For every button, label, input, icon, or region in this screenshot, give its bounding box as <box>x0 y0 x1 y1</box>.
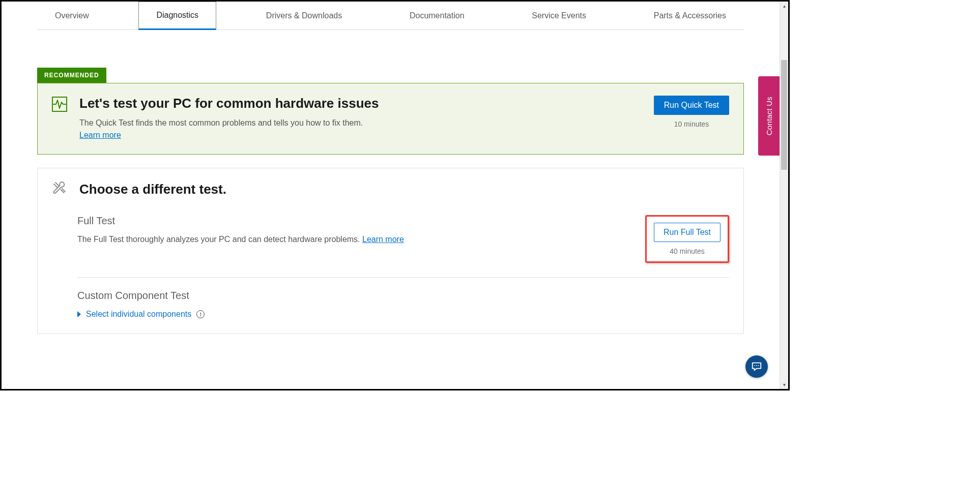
different-test-title: Choose a different test. <box>79 182 226 197</box>
vertical-scrollbar[interactable]: ▴ ▾ <box>780 2 788 389</box>
quick-test-time: 10 minutes <box>674 120 709 128</box>
full-test-time: 40 minutes <box>670 247 704 255</box>
full-test-learn-more-link[interactable]: Learn more <box>362 235 404 244</box>
tab-service-events[interactable]: Service Events <box>514 2 604 29</box>
run-full-test-highlight: Run Full Test 40 minutes <box>645 215 729 263</box>
chat-fab[interactable] <box>745 355 768 378</box>
tab-bar: Overview Diagnostics Drivers & Downloads… <box>37 2 744 30</box>
chat-icon <box>751 361 762 372</box>
custom-test-section: Custom Component Test Select individual … <box>77 278 729 319</box>
different-test-card: Choose a different test. Full Test The F… <box>37 168 744 334</box>
contact-us-label: Contact Us <box>765 97 773 135</box>
tools-icon <box>52 181 67 198</box>
scroll-thumb[interactable] <box>781 60 787 170</box>
tab-diagnostics[interactable]: Diagnostics <box>138 2 216 30</box>
scroll-up-arrow-icon[interactable]: ▴ <box>780 2 788 10</box>
heartbeat-icon <box>52 97 67 114</box>
svg-point-1 <box>754 365 755 366</box>
select-components-toggle[interactable]: Select individual components ! <box>77 310 205 319</box>
recommended-badge: RECOMMENDED <box>37 68 106 83</box>
chevron-right-icon <box>77 311 81 317</box>
full-test-section: Full Test The Full Test thoroughly analy… <box>77 215 729 278</box>
full-test-desc: The Full Test thoroughly analyzes your P… <box>77 235 645 244</box>
run-quick-test-button[interactable]: Run Quick Test <box>654 96 729 115</box>
svg-point-2 <box>756 365 757 366</box>
contact-us-side-tab[interactable]: Contact Us <box>758 76 780 156</box>
full-test-heading: Full Test <box>77 215 645 227</box>
custom-test-heading: Custom Component Test <box>77 290 729 302</box>
tab-parts-accessories[interactable]: Parts & Accessories <box>636 2 744 29</box>
svg-point-3 <box>758 365 759 366</box>
scroll-down-arrow-icon[interactable]: ▾ <box>780 380 788 389</box>
quick-test-desc: The Quick Test finds the most common pro… <box>79 118 642 128</box>
tab-overview[interactable]: Overview <box>37 2 107 29</box>
quick-test-title: Let's test your PC for common hardware i… <box>79 96 642 111</box>
quick-test-learn-more-link[interactable]: Learn more <box>79 131 121 139</box>
quick-test-card: Let's test your PC for common hardware i… <box>37 83 744 155</box>
info-icon[interactable]: ! <box>196 310 205 318</box>
select-components-label: Select individual components <box>86 310 191 319</box>
tab-documentation[interactable]: Documentation <box>392 2 482 29</box>
run-full-test-button[interactable]: Run Full Test <box>654 223 720 242</box>
tab-drivers-downloads[interactable]: Drivers & Downloads <box>248 2 360 29</box>
